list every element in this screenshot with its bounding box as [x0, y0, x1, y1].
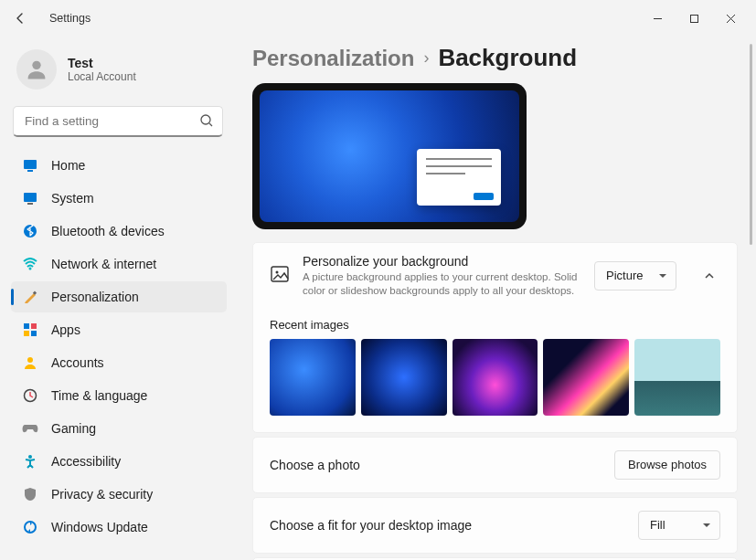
browse-photos-button[interactable]: Browse photos	[614, 450, 720, 480]
svg-rect-14	[24, 331, 29, 336]
svg-rect-12	[24, 323, 29, 329]
personalize-background-card: Personalize your background A picture ba…	[252, 242, 738, 433]
maximize-button[interactable]	[676, 5, 712, 31]
svg-rect-6	[27, 170, 33, 172]
breadcrumb-current: Background	[438, 44, 577, 72]
svg-rect-7	[24, 193, 37, 202]
clock-icon	[22, 387, 38, 404]
shield-icon	[22, 486, 38, 502]
recent-image-thumb[interactable]	[543, 339, 629, 416]
wifi-icon	[22, 256, 38, 272]
svg-rect-8	[27, 203, 33, 205]
titlebar: Settings	[0, 0, 756, 37]
nav-label: Time & language	[51, 388, 147, 403]
svg-rect-1	[690, 15, 697, 22]
collapse-button[interactable]	[698, 265, 720, 287]
paint-icon	[22, 289, 38, 305]
nav-home[interactable]: Home	[11, 150, 227, 181]
apps-icon	[22, 322, 38, 338]
choose-photo-row: Choose a photo Browse photos	[252, 437, 738, 493]
nav-label: Home	[51, 158, 85, 173]
nav-label: System	[51, 191, 94, 206]
row-title: Choose a photo	[270, 458, 614, 472]
recent-images-title: Recent images	[270, 318, 720, 332]
nav-privacy[interactable]: Privacy & security	[11, 479, 227, 510]
svg-point-16	[27, 357, 33, 363]
back-button[interactable]	[7, 5, 33, 31]
desktop-preview	[252, 83, 527, 229]
picture-icon	[270, 264, 290, 288]
nav-bluetooth[interactable]: Bluetooth & devices	[11, 216, 227, 247]
nav-update[interactable]: Windows Update	[11, 512, 227, 543]
bluetooth-icon	[22, 223, 38, 239]
background-type-dropdown[interactable]: Picture	[594, 261, 676, 291]
nav-label: Privacy & security	[51, 487, 153, 502]
nav-list: Home System Bluetooth & devices Network …	[11, 150, 227, 543]
content-area: Personalization › Background Personalize…	[238, 37, 756, 560]
nav-personalization[interactable]: Personalization	[11, 281, 227, 312]
person-icon	[22, 354, 38, 371]
svg-rect-15	[31, 331, 37, 336]
sidebar: Test Local Account Home System Bluetooth…	[0, 37, 238, 560]
svg-rect-13	[31, 323, 37, 329]
recent-image-thumb[interactable]	[361, 339, 447, 416]
nav-label: Apps	[51, 322, 80, 337]
nav-accounts[interactable]: Accounts	[11, 347, 227, 378]
accessibility-icon	[22, 453, 38, 470]
profile-sub: Local Account	[68, 70, 136, 83]
nav-label: Accounts	[51, 355, 104, 370]
fit-dropdown[interactable]: Fill	[638, 511, 720, 540]
nav-label: Bluetooth & devices	[51, 224, 165, 238]
svg-point-3	[201, 115, 210, 124]
card-desc: A picture background applies to your cur…	[303, 270, 581, 298]
home-icon	[22, 157, 38, 174]
nav-label: Accessibility	[51, 454, 121, 469]
update-icon	[22, 519, 38, 535]
recent-image-thumb[interactable]	[453, 339, 538, 416]
card-title: Personalize your background	[303, 254, 581, 269]
gamepad-icon	[22, 420, 38, 437]
svg-point-21	[276, 270, 279, 273]
svg-point-2	[32, 61, 40, 69]
avatar	[16, 49, 57, 90]
search-box	[13, 106, 223, 137]
nav-gaming[interactable]: Gaming	[11, 413, 227, 444]
system-icon	[22, 190, 38, 206]
recent-images-section: Recent images	[253, 309, 737, 432]
nav-label: Personalization	[51, 290, 139, 304]
close-button[interactable]	[712, 5, 749, 31]
search-input[interactable]	[13, 106, 223, 137]
minimize-button[interactable]	[639, 5, 676, 31]
svg-rect-5	[24, 160, 37, 169]
nav-label: Gaming	[51, 421, 96, 436]
window-title: Settings	[49, 12, 91, 25]
choose-fit-row: Choose a fit for your desktop image Fill	[252, 497, 738, 554]
row-title: Choose a fit for your desktop image	[270, 518, 638, 533]
profile-name: Test	[68, 56, 136, 70]
search-icon	[199, 113, 214, 132]
recent-image-thumb[interactable]	[634, 339, 720, 416]
svg-line-4	[209, 123, 212, 126]
svg-point-10	[29, 268, 32, 270]
svg-point-18	[28, 455, 32, 459]
scrollbar[interactable]	[750, 44, 752, 245]
profile-block[interactable]: Test Local Account	[16, 49, 227, 90]
breadcrumb-parent[interactable]: Personalization	[252, 46, 414, 71]
nav-network[interactable]: Network & internet	[11, 248, 227, 280]
chevron-right-icon: ›	[423, 48, 429, 68]
nav-apps[interactable]: Apps	[11, 314, 227, 345]
nav-time[interactable]: Time & language	[11, 380, 227, 411]
nav-accessibility[interactable]: Accessibility	[11, 446, 227, 477]
nav-system[interactable]: System	[11, 183, 227, 214]
recent-image-thumb[interactable]	[270, 339, 356, 416]
breadcrumb: Personalization › Background	[252, 44, 738, 72]
nav-label: Network & internet	[51, 257, 156, 271]
nav-label: Windows Update	[51, 520, 148, 534]
